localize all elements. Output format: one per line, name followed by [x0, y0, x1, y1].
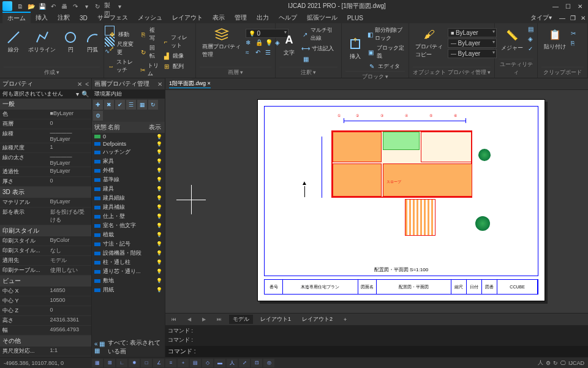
layer-row[interactable]: 建具💡 — [92, 184, 165, 193]
table-button[interactable]: ▦ — [301, 54, 337, 64]
layer-row[interactable]: 用紙💡 — [92, 285, 165, 295]
delete-layer-icon[interactable]: ✖ — [104, 100, 114, 110]
layout-tab-2[interactable]: レイアウト2 — [298, 315, 336, 324]
layer-row[interactable]: 外構💡 — [92, 166, 165, 175]
layer-row[interactable]: 0💡 — [92, 133, 165, 140]
layer-tool-icons[interactable]: « ▦ ▦ — [94, 340, 108, 354]
selection-combo[interactable] — [2, 91, 74, 97]
mirror-button[interactable]: ▟鏡像 — [162, 51, 192, 61]
layer-mgr-button[interactable]: 画層プロパティ 管理 — [200, 26, 243, 60]
copy-button[interactable]: ⎘複写 — [140, 26, 160, 43]
line-button[interactable]: 線分 — [4, 29, 23, 55]
circle-button[interactable]: 円 — [61, 29, 80, 55]
paste-button[interactable]: 📋貼り付け — [541, 26, 568, 52]
trim-button[interactable]: ✂トリム — [140, 61, 160, 78]
model-toggle[interactable]: ▬ — [214, 359, 225, 367]
type-dropdown[interactable]: タイプ▾ — [526, 12, 557, 23]
layout-add-icon[interactable]: + — [340, 316, 350, 323]
layer-row[interactable]: 敷地💡 — [92, 276, 165, 285]
print-icon[interactable]: 🖶 — [60, 2, 69, 10]
block-editor-button[interactable]: ✎エディタ — [368, 61, 405, 71]
layer-row[interactable]: 柱・通し柱💡 — [92, 258, 165, 267]
layer-list[interactable]: 0💡Defpoints💡ハッチング💡家具💡外構💡基準線💡建具💡建具細線💡建具補線… — [92, 133, 165, 357]
measure-button[interactable]: 📏メジャー — [499, 27, 526, 53]
rotate-button[interactable]: ↻回転 — [140, 43, 160, 61]
prop-row[interactable]: 線の太さ———— ByLayer — [0, 153, 91, 167]
prop-category[interactable]: 3D 表示 — [0, 187, 91, 198]
new-icon[interactable]: 🗎 — [16, 2, 24, 10]
layer-row[interactable]: Defpoints💡 — [92, 140, 165, 148]
mdi-restore-button[interactable]: ❐ — [568, 15, 578, 21]
color-combo[interactable]: ■ ByLayer — [448, 28, 497, 37]
prop-row[interactable]: 中心 Y10500 — [0, 296, 91, 306]
mdi-close-button[interactable]: ✕ — [578, 15, 588, 21]
layer-row[interactable]: ハッチング💡 — [92, 148, 165, 157]
qp-toggle[interactable]: ▤ — [190, 359, 201, 367]
dropdown-icon[interactable]: ▾ — [76, 91, 79, 97]
tab-prev-icon[interactable]: ◀ — [184, 316, 195, 323]
dim-button[interactable]: ⟷寸法記入 — [301, 43, 337, 53]
otrack-toggle[interactable]: ∠ — [153, 359, 164, 367]
drawing-canvas[interactable]: ① ② ③ ④ ⑤ ⑥ スロープ — [165, 90, 588, 313]
prop-row[interactable]: 適用先モデル — [0, 256, 91, 266]
util-icon3[interactable]: ✓ — [528, 45, 537, 54]
polar-toggle[interactable]: ✹ — [129, 359, 140, 367]
prop-row[interactable]: 幅49566.4793 — [0, 326, 91, 336]
scale-toggle[interactable]: ⤢ — [239, 359, 250, 367]
tab-mesh[interactable]: メッシュ — [133, 12, 167, 23]
prop-row[interactable]: 線種———— ByLayer — [0, 129, 91, 143]
move-button[interactable]: ✥移動 — [108, 29, 137, 39]
dyn-toggle[interactable]: + — [178, 359, 189, 367]
array-button[interactable]: ⊞配列 — [162, 61, 192, 71]
layer-row[interactable]: 植栽💡 — [92, 230, 165, 239]
undo-icon[interactable]: ↶ — [49, 2, 58, 10]
refresh-icon[interactable]: ↻ — [553, 360, 558, 366]
copy-icon[interactable]: ⎘ — [571, 40, 579, 48]
prop-row[interactable]: 画層0 — [0, 119, 91, 129]
fillet-button[interactable]: ⌐フィレット — [162, 33, 192, 50]
prop-row[interactable]: 中心 Z0 — [0, 306, 91, 316]
gear-icon[interactable]: ⚙ — [546, 360, 551, 366]
prop-row[interactable]: マテリアルByLayer — [0, 198, 91, 208]
prop-row[interactable]: 高さ24316.3361 — [0, 316, 91, 326]
layer-freeze-icon[interactable]: ❄ — [246, 39, 254, 48]
layer-row[interactable]: 建具補線💡 — [92, 203, 165, 212]
annotation-scale-icon[interactable]: 人 — [538, 359, 543, 367]
prop-row[interactable]: 異尺度対応...1:1 — [0, 347, 91, 356]
cut-icon[interactable]: ✂ — [571, 30, 579, 39]
tab-surface[interactable]: サーフェス — [92, 12, 133, 23]
scale-button[interactable]: ⤢尺度変更 — [108, 40, 137, 57]
layer-row[interactable]: 通り芯・通り...💡 — [92, 267, 165, 276]
layer-row[interactable]: 寸法・記号💡 — [92, 239, 165, 249]
annot-toggle[interactable]: 人 — [227, 359, 238, 367]
layer-row[interactable]: 家具💡 — [92, 157, 165, 166]
prop-row[interactable]: 中心 X14850 — [0, 287, 91, 296]
tab-ext[interactable]: 拡張ツール — [302, 12, 342, 23]
redo-icon[interactable]: ↷ — [71, 2, 80, 10]
stretch-button[interactable]: ↔ストレッチ — [108, 58, 137, 75]
text-button[interactable]: A文字 — [279, 32, 299, 58]
layer-row[interactable]: 設備機器・階段💡 — [92, 249, 165, 258]
prop-row[interactable]: 印刷テーブル...使用しない — [0, 266, 91, 276]
ortho-toggle[interactable]: ∟ — [116, 359, 127, 367]
osnap-toggle[interactable]: □ — [141, 359, 152, 367]
sc-toggle[interactable]: ◇ — [202, 359, 213, 367]
util-icon2[interactable]: ◈ — [528, 36, 537, 44]
layer-settings-icon[interactable]: ⚙ — [93, 111, 103, 121]
tab-output[interactable]: 出力 — [252, 12, 274, 23]
tab-layout[interactable]: レイアウト — [167, 12, 208, 23]
current-layer-icon[interactable]: ✔ — [115, 100, 125, 110]
layer-state-icon[interactable]: ☰ — [126, 100, 136, 110]
tab-help[interactable]: ヘルプ — [274, 12, 302, 23]
block-partial-button[interactable]: ◧部分削除ブロック — [368, 26, 405, 43]
matchprop-button[interactable]: 🖌プロパティ コピー — [413, 26, 445, 60]
layer-row[interactable]: 仕上・壁💡 — [92, 212, 165, 221]
layer-prev-icon[interactable]: ↶ — [255, 49, 264, 58]
prop-category[interactable]: 一般 — [0, 99, 91, 110]
layout-tab-1[interactable]: レイアウト1 — [257, 315, 295, 324]
minimize-button[interactable]: — — [550, 2, 561, 10]
prop-row[interactable]: 印刷スタイル...なし — [0, 246, 91, 256]
chevron-down-icon[interactable]: ▾ — [115, 2, 124, 10]
tab-view[interactable]: 表示 — [208, 12, 230, 23]
save-icon[interactable]: 💾 — [38, 2, 47, 10]
